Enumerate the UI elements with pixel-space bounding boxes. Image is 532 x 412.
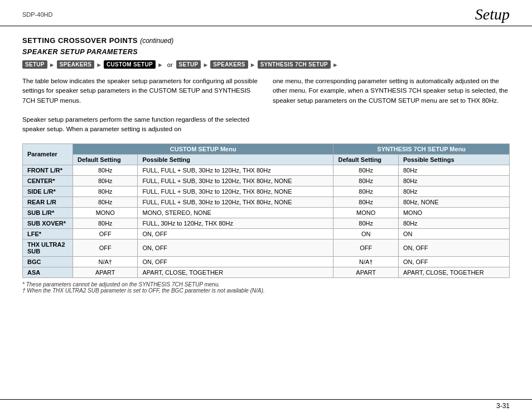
col-header-parameter: Parameter [23, 143, 73, 165]
arrow5: ► [250, 61, 256, 68]
table-row: FRONT L/R* 80Hz FULL, FULL + SUB, 30Hz t… [23, 165, 510, 175]
page-number: 3-31 [496, 402, 510, 410]
footnotes: * These parameters cannot be adjusted on… [22, 281, 510, 294]
table-row: ASA APART APART, CLOSE, TOGETHER APART A… [23, 267, 510, 277]
parameters-table: Parameter CUSTOM SETUP Menu SYNTHESIS 7C… [22, 143, 510, 278]
arrow4: ► [202, 61, 209, 68]
group-header-custom: CUSTOM SETUP Menu [73, 143, 333, 154]
page: SDP-40HD Setup SETTING CROSSOVER POINTS … [0, 0, 532, 412]
arrow1: ► [49, 61, 55, 68]
sub-title: SPEAKER SETUP PARAMETERS [22, 48, 510, 56]
two-col-text: The table below indicates the speaker se… [22, 76, 510, 135]
table-row: SUB L/R* MONO MONO, STEREO, NONE MONO MO… [23, 207, 510, 218]
arrow2: ► [96, 61, 102, 68]
footnote1: * These parameters cannot be adjusted on… [22, 281, 510, 288]
col-header-default1: Default Setting [73, 154, 138, 165]
nav-btn-setup2[interactable]: SETUP [176, 60, 201, 69]
table-row: CENTER* 80Hz FULL, FULL + SUB, 30Hz to 1… [23, 175, 510, 186]
table-row: THX ULTRA2 SUB OFF ON, OFF OFF ON, OFF [23, 239, 510, 256]
table-row: REAR L/R 80Hz FULL, FULL + SUB, 30Hz to … [23, 197, 510, 207]
bottom-bar: 3-31 [0, 399, 532, 412]
nav-btn-setup1[interactable]: SETUP [22, 60, 47, 69]
nav-btn-synthesis[interactable]: SYNTHESIS 7CH SETUP [258, 60, 331, 69]
arrow3: ► [157, 61, 163, 68]
model-label: SDP-40HD [22, 11, 52, 18]
table-row: SUB XOVER* 80Hz FULL, 30Hz to 120Hz, THX… [23, 218, 510, 228]
table-row: LFE* OFF ON, OFF ON ON [23, 228, 510, 239]
nav-btn-speakers2[interactable]: SPEAKERS [210, 60, 248, 69]
nav-btn-speakers1[interactable]: SPEAKERS [57, 60, 94, 69]
content: SETTING CROSSOVER POINTS (continued) SPE… [0, 26, 532, 305]
continued-label: (continued) [140, 37, 173, 45]
arrow6: ► [332, 61, 338, 68]
table-row: SIDE L/R* 80Hz FULL, FULL + SUB, 30Hz to… [23, 186, 510, 197]
footnote2: † When the THX ULTRA2 SUB parameter is s… [22, 288, 510, 294]
right-para: one menu, the corresponding parameter se… [273, 76, 510, 106]
nav-bar: SETUP ► SPEAKERS ► CUSTOM SETUP ► or SET… [22, 60, 510, 69]
nav-btn-custom-setup[interactable]: CUSTOM SETUP [104, 60, 156, 69]
col-header-possible1: Possible Setting [138, 154, 333, 165]
section-title: SETTING CROSSOVER POINTS (continued) [22, 36, 510, 45]
left-col: The table below indicates the speaker se… [22, 76, 259, 135]
right-col: one menu, the corresponding parameter se… [273, 76, 510, 135]
table-row: BGC N/A† ON, OFF N/A† ON, OFF [23, 256, 510, 267]
col-header-default2: Default Setting [333, 154, 398, 165]
nav-or: or [167, 61, 173, 68]
group-header-synthesis: SYNTHESIS 7CH SETUP Menu [333, 143, 510, 154]
col-header-possible2: Possible Settings [398, 154, 509, 165]
top-bar: SDP-40HD Setup [0, 0, 532, 26]
left-para1: The table below indicates the speaker se… [22, 76, 259, 106]
left-para2: Speaker setup parameters perform the sam… [22, 115, 259, 135]
page-title: Setup [475, 6, 510, 23]
